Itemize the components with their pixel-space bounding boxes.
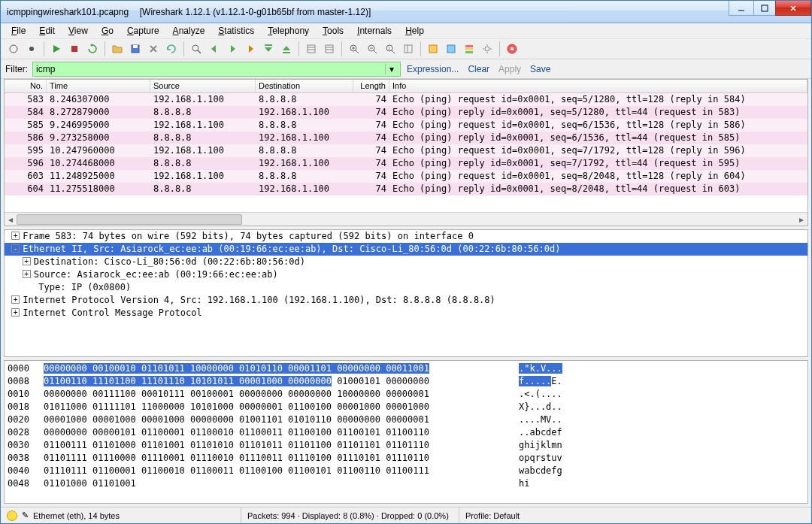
go-to-icon[interactable] [242, 41, 259, 57]
close-file-icon[interactable] [145, 41, 162, 57]
packet-row[interactable]: 59510.247960000192.168.1.1008.8.8.874Ech… [5, 144, 807, 157]
packet-row[interactable]: 5838.246307000192.168.1.1008.8.8.874Echo… [5, 93, 807, 106]
expert-info-icon[interactable] [7, 510, 17, 521]
packet-row[interactable]: 59610.2744680008.8.8.8192.168.1.10074Ech… [5, 157, 807, 170]
reload-icon[interactable] [163, 41, 180, 57]
save-file-icon[interactable] [127, 41, 144, 57]
menu-tools[interactable]: Tools [317, 25, 350, 37]
col-length[interactable]: Length [353, 80, 389, 92]
display-filters-icon[interactable] [443, 41, 459, 57]
packet-row[interactable]: 60411.2755180008.8.8.8192.168.1.10074Ech… [5, 183, 807, 195]
packet-list-body[interactable]: 5838.246307000192.168.1.1008.8.8.874Echo… [5, 93, 807, 212]
menu-go[interactable]: Go [95, 25, 120, 37]
tree-line[interactable]: +Internet Control Message Protocol [5, 307, 807, 320]
menu-analyze[interactable]: Analyze [167, 25, 211, 37]
menu-view[interactable]: View [62, 25, 94, 37]
hex-line[interactable]: 004801101000 01101001hi [8, 477, 804, 490]
svg-rect-37 [465, 51, 473, 53]
svg-rect-18 [326, 45, 333, 53]
menu-help[interactable]: Help [399, 25, 430, 37]
capture-filters-icon[interactable] [425, 41, 441, 57]
close-button[interactable] [775, 1, 811, 16]
hex-line[interactable]: 004001110111 01100001 01100010 01100011 … [8, 465, 804, 477]
menu-file[interactable]: File [5, 25, 32, 37]
status-bar: ✎ Ethernet (eth), 14 bytes Packets: 994 … [1, 507, 811, 523]
col-source[interactable]: Source [150, 80, 256, 92]
window-buttons [729, 1, 811, 16]
menu-edit[interactable]: Edit [33, 25, 61, 37]
hex-line[interactable]: 001801011000 01111101 11000000 10101000 … [8, 401, 804, 413]
col-no[interactable]: No. [5, 80, 47, 92]
main-toolbar: 1 [1, 38, 811, 59]
col-info[interactable]: Info [389, 80, 807, 92]
menu-telephony[interactable]: Telephony [262, 25, 315, 37]
go-forward-icon[interactable] [224, 41, 241, 57]
app-window: icmppingwireshark101.pcapng [Wireshark 1… [0, 0, 812, 524]
zoom-out-icon[interactable] [364, 41, 380, 57]
hex-line[interactable]: 001000000000 00111100 00010111 00100001 … [8, 388, 804, 401]
autoscroll-icon[interactable] [321, 41, 338, 57]
title-filename: icmppingwireshark101.pcapng [7, 7, 129, 17]
go-back-icon[interactable] [206, 41, 223, 57]
stop-capture-icon[interactable] [66, 41, 83, 57]
find-icon[interactable] [188, 41, 205, 57]
svg-rect-1 [762, 5, 768, 11]
colorize-icon[interactable] [303, 41, 320, 57]
zoom-in-icon[interactable] [346, 41, 362, 57]
tree-line[interactable]: +Frame 583: 74 bytes on wire (592 bits),… [5, 230, 807, 243]
hex-line[interactable]: 000000000000 00100010 01101011 10000000 … [8, 362, 804, 375]
menu-capture[interactable]: Capture [121, 25, 165, 37]
svg-point-5 [29, 47, 34, 51]
svg-rect-15 [308, 45, 315, 53]
maximize-button[interactable] [754, 1, 775, 16]
menu-statistics[interactable]: Statistics [212, 25, 260, 37]
packet-row[interactable]: 5848.2728790008.8.8.8192.168.1.10074Echo… [5, 106, 807, 119]
save-link[interactable]: Save [527, 64, 553, 74]
title-appstring: [Wireshark 1.12.1 (v1.12.1-0-g01b65bf fr… [140, 7, 371, 17]
col-destination[interactable]: Destination [256, 80, 353, 92]
filter-input[interactable] [36, 64, 385, 74]
col-time[interactable]: Time [47, 80, 150, 92]
hex-line[interactable]: 002800000000 00000101 01100001 01100010 … [8, 426, 804, 439]
apply-link[interactable]: Apply [495, 64, 524, 74]
packet-details-pane[interactable]: +Frame 583: 74 bytes on wire (592 bits),… [4, 229, 808, 357]
tree-line[interactable]: +Source: Asiarock_ec:ee:ab (00:19:66:ec:… [5, 268, 807, 281]
edit-icon[interactable]: ✎ [22, 510, 29, 520]
go-first-icon[interactable] [260, 41, 277, 57]
titlebar[interactable]: icmppingwireshark101.pcapng [Wireshark 1… [1, 1, 811, 23]
coloring-rules-icon[interactable] [461, 41, 477, 57]
minimize-button[interactable] [729, 1, 754, 16]
hex-line[interactable]: 002000001000 00001000 00001000 00000000 … [8, 413, 804, 426]
help-icon[interactable] [504, 41, 520, 57]
options-icon[interactable] [23, 41, 40, 57]
resize-columns-icon[interactable] [400, 41, 417, 57]
zoom-100-icon[interactable]: 1 [382, 41, 398, 57]
clear-link[interactable]: Clear [465, 64, 492, 74]
svg-point-38 [485, 47, 489, 51]
packet-row[interactable]: 5869.2732580008.8.8.8192.168.1.10074Echo… [5, 132, 807, 144]
hex-line[interactable]: 003001100111 01101000 01101001 01101010 … [8, 439, 804, 452]
hex-line[interactable]: 003801101111 01110000 01110001 01110010 … [8, 452, 804, 465]
packet-bytes-pane[interactable]: 000000000000 00100010 01101011 10000000 … [4, 360, 808, 504]
start-capture-icon[interactable] [48, 41, 65, 57]
hex-line[interactable]: 000801100110 11101100 11101110 10101011 … [8, 375, 804, 388]
tree-line[interactable]: Type: IP (0x0800) [5, 281, 807, 294]
tree-line[interactable]: -Ethernet II, Src: Asiarock_ec:ee:ab (00… [5, 243, 807, 256]
preferences-icon[interactable] [479, 41, 495, 57]
packet-row[interactable]: 5859.246995000192.168.1.1008.8.8.874Echo… [5, 119, 807, 132]
packet-row[interactable]: 60311.248925000192.168.1.1008.8.8.874Ech… [5, 170, 807, 183]
svg-rect-8 [133, 45, 138, 48]
open-file-icon[interactable] [109, 41, 126, 57]
svg-line-30 [392, 50, 395, 53]
menu-internals[interactable]: Internals [351, 25, 398, 37]
expression-link[interactable]: Expression... [404, 64, 462, 74]
svg-line-12 [198, 50, 201, 53]
go-last-icon[interactable] [278, 41, 295, 57]
interfaces-icon[interactable] [5, 41, 22, 57]
tree-line[interactable]: +Internet Protocol Version 4, Src: 192.1… [5, 294, 807, 307]
status-profile[interactable]: Profile: Default [465, 511, 520, 520]
restart-capture-icon[interactable] [84, 41, 101, 57]
tree-line[interactable]: +Destination: Cisco-Li_80:56:0d (00:22:6… [5, 256, 807, 268]
filter-dropdown-icon[interactable]: ▾ [385, 64, 397, 74]
horizontal-scrollbar[interactable]: ◂▸ [5, 212, 807, 226]
